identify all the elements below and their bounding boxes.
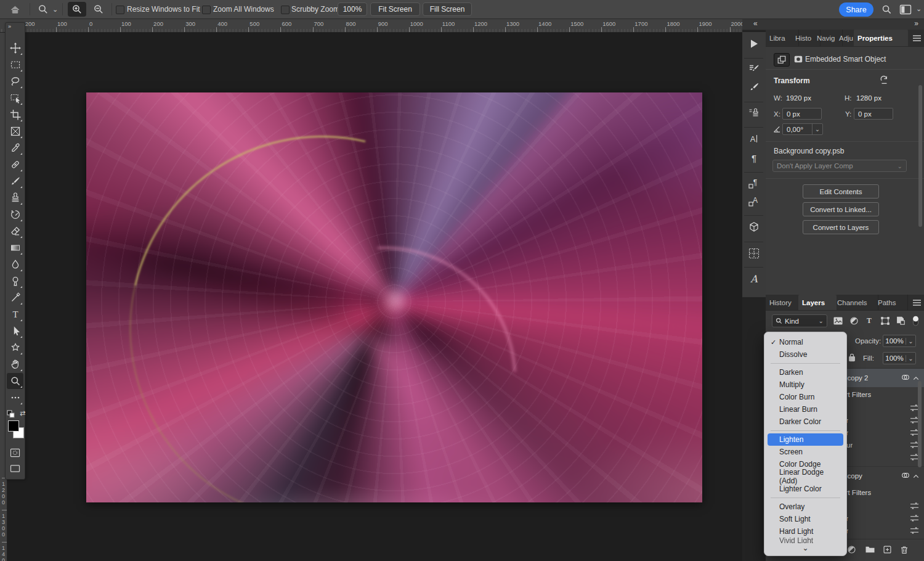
scrubby-zoom-checkbox[interactable]	[281, 6, 290, 14]
blend-mode-option-dissolve[interactable]: Dissolve	[768, 348, 843, 361]
filter-adjustment-icon[interactable]	[848, 315, 859, 326]
zoom-tool-icon[interactable]	[36, 3, 51, 15]
brushes-panel-icon[interactable]	[746, 80, 762, 96]
healing-brush-tool[interactable]	[7, 157, 23, 173]
search-icon[interactable]	[880, 4, 893, 15]
fit-screen-button[interactable]: Fit Screen	[370, 2, 420, 16]
pattern-panel-icon[interactable]	[746, 245, 762, 261]
properties-scrollbar[interactable]	[918, 85, 922, 227]
blend-mode-option-color-burn[interactable]: Color Burn	[768, 391, 843, 403]
home-button[interactable]	[7, 3, 22, 15]
character-styles-panel-icon[interactable]: A	[746, 194, 762, 210]
move-tool[interactable]	[7, 40, 23, 56]
shape-tool[interactable]	[7, 340, 23, 356]
lasso-tool[interactable]	[7, 73, 23, 89]
menu-scroll-down-icon[interactable]: ⌄	[764, 543, 846, 553]
blend-mode-option-hard-light[interactable]: Hard Light	[768, 525, 843, 538]
filter-blending-options-icon[interactable]	[910, 502, 919, 511]
rotation-angle-field[interactable]: 0,00° ⌄	[782, 123, 823, 135]
layers-scrollbar[interactable]	[918, 381, 922, 467]
edit-toolbar-icon[interactable]	[7, 390, 23, 406]
zoom-tool[interactable]	[7, 373, 23, 389]
properties-panel-menu-icon[interactable]	[912, 30, 922, 46]
pen-tool[interactable]	[7, 290, 23, 306]
fill-screen-button[interactable]: Fill Screen	[423, 2, 472, 16]
character-panel-icon[interactable]: A	[746, 131, 762, 147]
layers-panel-menu-icon[interactable]	[912, 295, 922, 310]
toolbar-collapse-icon[interactable]: »	[8, 23, 12, 30]
blend-mode-option-lighter-color[interactable]: Lighter Color	[768, 483, 843, 495]
hand-tool[interactable]	[7, 356, 23, 372]
y-position-field[interactable]: 0 px	[854, 108, 893, 120]
filter-blending-options-icon[interactable]	[910, 526, 919, 536]
reset-transform-icon[interactable]	[878, 75, 890, 86]
workspace-chevron-icon[interactable]: ⌄	[916, 5, 922, 13]
document-canvas[interactable]	[86, 92, 702, 502]
layer-filter-kind-select[interactable]: Kind ⌄	[772, 314, 827, 327]
path-selection-tool[interactable]	[7, 323, 23, 339]
actions-panel-icon[interactable]	[746, 36, 762, 52]
convert-to-linked-button[interactable]: Convert to Linked...	[803, 202, 879, 216]
adjustment-layer-icon[interactable]	[846, 544, 857, 555]
glyphs-panel-icon[interactable]: A	[746, 271, 762, 287]
eyedropper-tool[interactable]	[7, 140, 23, 156]
convert-to-layers-button[interactable]: Convert to Layers	[803, 220, 879, 234]
rotation-angle-chevron[interactable]: ⌄	[812, 124, 822, 134]
new-layer-icon[interactable]	[881, 544, 893, 555]
zoom-in-button[interactable]	[68, 2, 86, 17]
tab-channels[interactable]: Channels	[833, 295, 878, 310]
brush-settings-panel-icon[interactable]	[746, 61, 762, 77]
blend-mode-option-linear-burn[interactable]: Linear Burn	[768, 403, 843, 416]
opacity-field[interactable]: 100% ⌄	[883, 335, 916, 347]
blend-mode-option-linear-dodge-add[interactable]: Linear Dodge (Add)	[768, 470, 843, 483]
filter-smart-object-icon[interactable]	[895, 315, 906, 326]
clone-source-panel-icon[interactable]	[746, 105, 762, 121]
tab-properties[interactable]: Properties	[854, 30, 908, 46]
blur-tool[interactable]	[7, 256, 23, 272]
filter-shape-icon[interactable]	[880, 315, 891, 326]
foreground-color-swatch[interactable]	[8, 420, 19, 432]
paragraph-panel-icon[interactable]: ¶	[746, 150, 762, 166]
filter-blending-options-icon[interactable]	[910, 514, 919, 523]
blend-mode-option-lighten[interactable]: Lighten	[768, 433, 843, 446]
lock-icon[interactable]	[848, 353, 856, 362]
delete-layer-icon[interactable]	[899, 544, 910, 555]
mask-properties-icon[interactable]	[791, 53, 806, 65]
workspace-icon[interactable]	[898, 4, 913, 15]
collapse-filters-icon[interactable]	[913, 472, 919, 480]
gradient-tool[interactable]	[7, 240, 23, 256]
blend-mode-option-darken[interactable]: Darken	[768, 366, 843, 379]
blend-mode-option-multiply[interactable]: Multiply	[768, 379, 843, 391]
history-brush-tool[interactable]	[7, 207, 23, 223]
screen-mode-icon[interactable]	[7, 461, 23, 477]
marquee-tool[interactable]	[7, 57, 23, 73]
blend-mode-option-vivid-light[interactable]: Vivid Light	[768, 538, 843, 543]
new-group-icon[interactable]	[864, 544, 875, 555]
clone-stamp-tool[interactable]	[7, 190, 23, 206]
quick-mask-icon[interactable]	[7, 444, 23, 461]
zoom-percent-field[interactable]: 100%	[338, 2, 367, 16]
tab-layers[interactable]: Layers	[798, 295, 837, 310]
horizontal-ruler[interactable]: 2001000100200300400500600700800900100011…	[0, 18, 742, 33]
blend-mode-option-soft-light[interactable]: Soft Light	[768, 513, 843, 525]
collapse-dock-icon[interactable]: «	[753, 19, 757, 28]
object-selection-tool[interactable]	[7, 90, 23, 106]
brush-tool[interactable]	[7, 173, 23, 189]
blend-mode-option-overlay[interactable]: Overlay	[768, 501, 843, 513]
filter-toggle-switch[interactable]	[911, 315, 920, 326]
zoom-out-button[interactable]	[89, 2, 108, 17]
blend-mode-option-screen[interactable]: Screen	[768, 446, 843, 458]
collapse-filters-icon[interactable]	[913, 374, 919, 382]
blend-mode-option-normal[interactable]: ✓Normal	[768, 336, 843, 348]
type-tool[interactable]: T	[7, 306, 23, 322]
eraser-tool[interactable]	[7, 223, 23, 239]
smart-object-properties-icon[interactable]	[774, 53, 790, 67]
fill-field[interactable]: 100% ⌄	[883, 352, 916, 364]
crop-tool[interactable]	[7, 107, 23, 123]
tab-paths[interactable]: Paths	[874, 295, 908, 310]
frame-tool[interactable]	[7, 123, 23, 139]
swap-colors-icon[interactable]: ⇄	[14, 405, 31, 421]
dodge-tool[interactable]	[7, 273, 23, 289]
filter-image-icon[interactable]	[832, 315, 843, 326]
share-button[interactable]: Share	[839, 2, 873, 17]
